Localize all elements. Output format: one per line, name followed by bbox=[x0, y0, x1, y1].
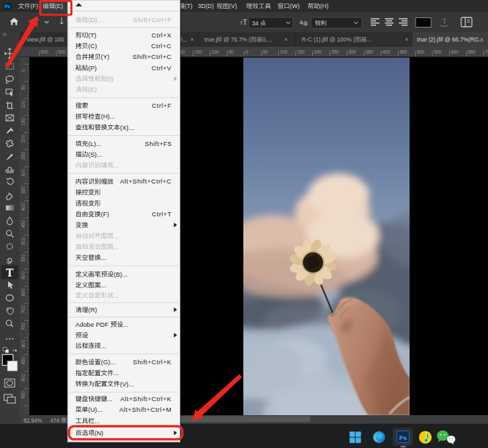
svg-text:...: ... bbox=[101, 254, 107, 261]
svg-text:Ps: Ps bbox=[5, 4, 10, 9]
svg-text:400: 400 bbox=[21, 203, 25, 211]
svg-text:(V): (V) bbox=[229, 3, 237, 9]
svg-text:50: 50 bbox=[229, 50, 234, 54]
svg-text:...: ... bbox=[101, 281, 107, 289]
svg-text:800: 800 bbox=[21, 340, 25, 348]
svg-text:(D)...: (D)... bbox=[88, 16, 103, 23]
svg-text:900: 900 bbox=[21, 374, 25, 382]
svg-text:Shift+Ctrl+F: Shift+Ctrl+F bbox=[133, 16, 172, 23]
svg-text:200: 200 bbox=[21, 135, 25, 143]
svg-text:(C): (C) bbox=[88, 42, 97, 50]
svg-text:550: 550 bbox=[58, 50, 66, 54]
svg-text:...: ... bbox=[114, 161, 119, 169]
svg-text:300: 300 bbox=[349, 50, 357, 54]
svg-text:(H)...: (H)... bbox=[101, 113, 115, 120]
svg-text:view.jfif @ 100: view.jfif @ 100 bbox=[27, 36, 64, 43]
svg-text:(X)...: (X)... bbox=[120, 124, 134, 131]
svg-text:...: ... bbox=[367, 36, 371, 43]
svg-text:100: 100 bbox=[280, 50, 288, 54]
svg-text:×: × bbox=[480, 36, 483, 43]
svg-text:Adobe PDF: Adobe PDF bbox=[76, 321, 109, 328]
svg-text:Ctrl+F: Ctrl+F bbox=[152, 102, 172, 109]
svg-text:Alt+Shift+Ctrl+K: Alt+Shift+Ctrl+K bbox=[120, 395, 172, 402]
svg-text:450: 450 bbox=[21, 220, 25, 228]
svg-text:...: ... bbox=[95, 417, 100, 425]
svg-text:Shift+F5: Shift+F5 bbox=[145, 140, 172, 147]
svg-text:(R): (R) bbox=[88, 306, 97, 313]
svg-text:(P): (P) bbox=[88, 64, 97, 72]
svg-text:0: 0 bbox=[246, 50, 249, 54]
svg-text:...: ... bbox=[123, 321, 129, 328]
svg-text:...: ... bbox=[101, 342, 107, 350]
svg-text:3D(D): 3D(D) bbox=[198, 3, 214, 9]
svg-text:850: 850 bbox=[21, 357, 25, 365]
svg-text:350: 350 bbox=[21, 186, 25, 194]
svg-text:(G)...: (G)... bbox=[101, 358, 116, 366]
svg-text:Ctrl+V: Ctrl+V bbox=[151, 64, 172, 72]
svg-text:500: 500 bbox=[417, 50, 425, 54]
svg-text:Alt+Shift+Ctrl+C: Alt+Shift+Ctrl+C bbox=[120, 177, 172, 185]
svg-text:100: 100 bbox=[212, 50, 220, 54]
svg-text:950: 950 bbox=[21, 391, 25, 399]
svg-text:600: 600 bbox=[41, 50, 49, 54]
svg-text:(I): (I) bbox=[107, 75, 113, 82]
svg-text:150: 150 bbox=[194, 50, 202, 54]
svg-text:(B)...: (B)... bbox=[114, 271, 128, 278]
svg-text:...: ... bbox=[114, 291, 119, 299]
svg-text:50: 50 bbox=[263, 50, 268, 54]
svg-text:(E): (E) bbox=[55, 3, 63, 9]
svg-text:(U)...: (U)... bbox=[88, 406, 103, 413]
svg-text:Shift+Ctrl+K: Shift+Ctrl+K bbox=[133, 358, 172, 366]
svg-text:0: 0 bbox=[21, 69, 25, 72]
svg-text:650: 650 bbox=[21, 289, 25, 297]
svg-text:400: 400 bbox=[383, 50, 391, 54]
svg-text:a: a bbox=[304, 19, 308, 27]
svg-text:350: 350 bbox=[365, 50, 373, 54]
svg-text:450: 450 bbox=[400, 50, 408, 54]
svg-text:(T): (T) bbox=[88, 31, 97, 39]
svg-text:(L)...: (L)... bbox=[88, 140, 102, 147]
svg-text:T: T bbox=[243, 18, 247, 26]
svg-text:600: 600 bbox=[21, 271, 25, 279]
svg-text:500: 500 bbox=[21, 237, 25, 245]
svg-text:550: 550 bbox=[21, 254, 25, 263]
svg-text:50: 50 bbox=[21, 85, 25, 90]
svg-text:750: 750 bbox=[21, 323, 25, 331]
svg-text:700: 700 bbox=[485, 50, 488, 54]
svg-text:(E): (E) bbox=[88, 86, 97, 93]
svg-text:Ctrl+X: Ctrl+X bbox=[151, 31, 172, 39]
svg-text:700: 700 bbox=[21, 305, 25, 313]
svg-text:200: 200 bbox=[314, 50, 322, 54]
svg-text:250: 250 bbox=[331, 50, 339, 54]
svg-text:(S)...: (S)... bbox=[88, 151, 103, 158]
svg-text:T: T bbox=[442, 18, 446, 25]
svg-text:550: 550 bbox=[434, 50, 442, 54]
svg-text:Ctrl+T: Ctrl+T bbox=[152, 210, 172, 218]
svg-text:...: ... bbox=[114, 232, 119, 240]
svg-text:100: 100 bbox=[21, 100, 25, 108]
svg-text:(W): (W) bbox=[290, 3, 300, 9]
svg-text:(N): (N) bbox=[95, 429, 103, 437]
svg-text:(Y): (Y) bbox=[101, 53, 110, 60]
svg-text:...: ... bbox=[114, 243, 119, 250]
svg-text:650: 650 bbox=[468, 50, 476, 54]
svg-text:(F): (F) bbox=[31, 3, 39, 9]
svg-text:×: × bbox=[284, 36, 288, 43]
svg-text:150: 150 bbox=[21, 118, 25, 126]
svg-text:300: 300 bbox=[21, 169, 25, 177]
svg-text:Ps: Ps bbox=[399, 434, 407, 441]
svg-text:600: 600 bbox=[451, 50, 459, 54]
svg-text:474: 474 bbox=[50, 418, 60, 424]
svg-text:82.94%: 82.94% bbox=[23, 418, 42, 424]
svg-text:Shift+Ctrl+C: Shift+Ctrl+C bbox=[133, 53, 172, 60]
svg-text:0,...: 0,... bbox=[262, 36, 271, 43]
svg-text:a: a bbox=[300, 19, 303, 25]
svg-text:34: 34 bbox=[252, 20, 259, 27]
svg-text:l...: l... bbox=[181, 36, 187, 43]
svg-text:×: × bbox=[405, 36, 408, 43]
svg-text:×: × bbox=[190, 36, 194, 43]
svg-text:true (2).jfif @ 66.7%(RG...: true (2).jfif @ 66.7%(RG... bbox=[417, 36, 483, 43]
svg-text:...: ... bbox=[107, 395, 113, 402]
svg-text:150: 150 bbox=[297, 50, 305, 54]
svg-text:250: 250 bbox=[21, 152, 25, 160]
